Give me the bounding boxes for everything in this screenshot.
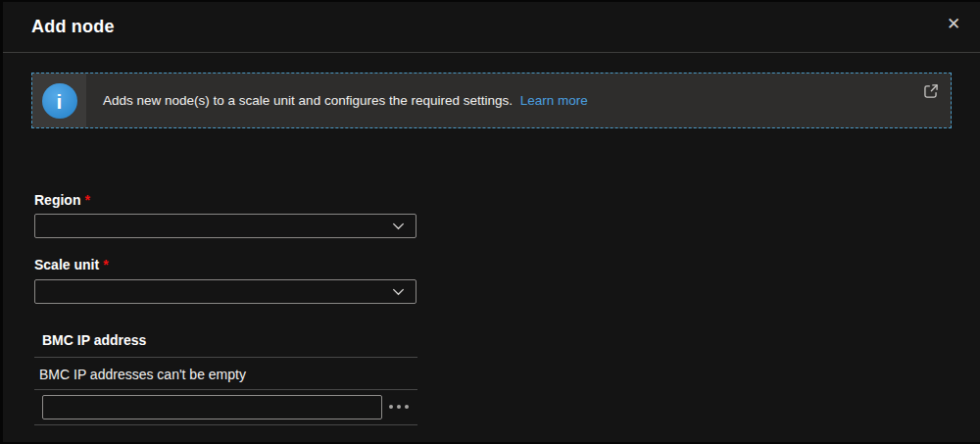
info-icon-well: i [32, 74, 86, 127]
region-label: Region* [34, 192, 90, 208]
info-banner: i Adds new node(s) to a scale unit and c… [31, 73, 952, 128]
region-label-text: Region [34, 192, 80, 208]
ellipsis-dot [405, 405, 409, 409]
close-button[interactable]: ✕ [941, 11, 966, 36]
panel-header: Add node [3, 2, 980, 53]
scale-unit-dropdown[interactable] [34, 279, 416, 304]
scale-unit-required-asterisk: * [99, 257, 108, 272]
divider [34, 424, 417, 425]
learn-more-link[interactable]: Learn more [520, 93, 588, 108]
add-node-panel: Add node ✕ i Adds new node(s) to a scale… [0, 0, 980, 444]
banner-message: Adds new node(s) to a scale unit and con… [103, 93, 588, 108]
scale-unit-label: Scale unit* [34, 257, 109, 272]
ellipsis-dot [389, 405, 393, 409]
chevron-down-icon [391, 219, 406, 233]
divider [34, 389, 417, 390]
divider [34, 357, 417, 358]
ellipsis-dot [397, 405, 401, 409]
bmc-validation-message: BMC IP addresses can't be empty [39, 367, 246, 382]
region-dropdown[interactable] [34, 214, 416, 238]
info-icon: i [42, 83, 77, 119]
chevron-down-icon [391, 284, 406, 299]
bmc-ip-input[interactable] [42, 395, 382, 419]
page-title: Add node [31, 17, 115, 37]
more-options-button[interactable] [387, 399, 411, 415]
region-required-asterisk: * [80, 192, 89, 208]
banner-message-text: Adds new node(s) to a scale unit and con… [103, 93, 513, 108]
open-external-icon[interactable] [922, 82, 940, 100]
bmc-section-title: BMC IP address [42, 332, 146, 348]
scale-unit-label-text: Scale unit [34, 257, 99, 272]
